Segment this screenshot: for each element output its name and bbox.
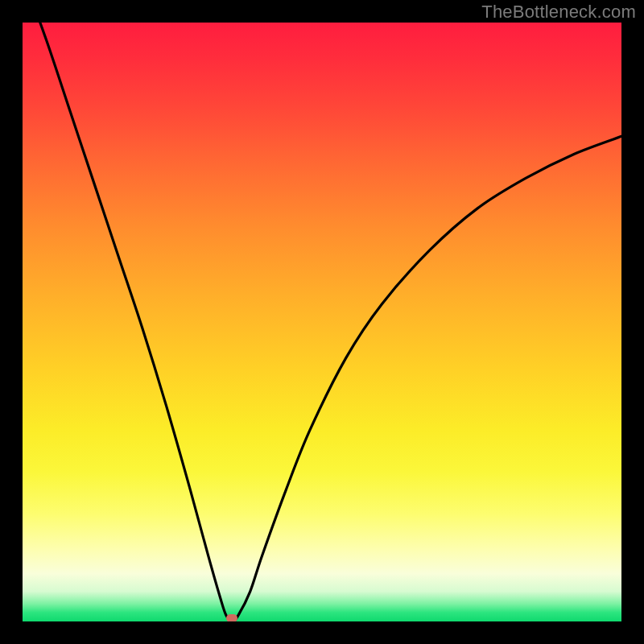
plot-area bbox=[23, 23, 621, 621]
curve-svg bbox=[23, 23, 621, 621]
bottleneck-curve-path bbox=[23, 23, 621, 621]
watermark-text: TheBottleneck.com bbox=[481, 2, 636, 23]
chart-frame: TheBottleneck.com bbox=[0, 0, 644, 644]
minimum-marker bbox=[226, 614, 237, 621]
